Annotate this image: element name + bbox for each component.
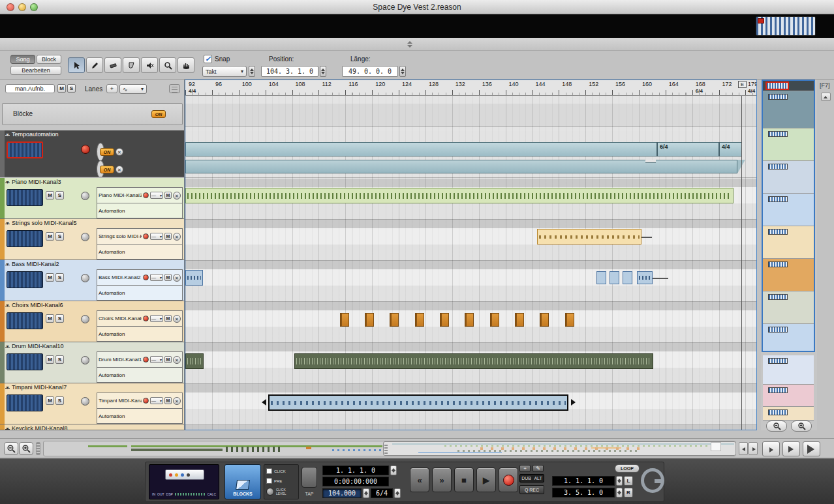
hzoom-in-button[interactable] — [19, 442, 33, 455]
strings-tail[interactable] — [641, 237, 652, 238]
track-mute-button[interactable]: M — [46, 355, 54, 364]
record-enable-dot[interactable] — [143, 274, 149, 280]
navigator-block[interactable] — [763, 161, 814, 194]
lane-mute-button[interactable]: M — [164, 315, 172, 322]
lane-delete-button[interactable]: ✕ — [173, 397, 181, 405]
navigator-block[interactable] — [763, 81, 814, 91]
device-thumbnail[interactable] — [7, 312, 43, 329]
track-name[interactable]: ▼Drum MIDI-Kanal10 — [5, 343, 63, 351]
track-solo-button[interactable]: S — [55, 273, 64, 282]
track-name[interactable]: ▼Timpani MIDI-Kanal7 — [5, 384, 67, 392]
record-enable-dot[interactable] — [143, 192, 149, 198]
loop-button[interactable]: LOOP — [615, 464, 640, 473]
position-stepper[interactable] — [390, 466, 397, 475]
navigator-block[interactable] — [763, 91, 814, 128]
lane-delete-button[interactable]: ✕ — [116, 166, 123, 173]
track-name[interactable]: ▼Bass MIDI-Kanal2 — [5, 261, 59, 269]
taktart-sig-label[interactable]: 4/4 — [722, 143, 739, 151]
timpani-right-handle[interactable] — [571, 399, 576, 406]
master-mute-button[interactable]: M — [57, 84, 66, 93]
master-solo-button[interactable]: S — [67, 84, 76, 93]
track-solo-button[interactable]: S — [55, 355, 64, 364]
lane-delete-button[interactable]: ✕ — [173, 356, 181, 364]
bass-tail[interactable] — [653, 278, 668, 279]
blocks-button[interactable]: BLOCKS — [224, 464, 261, 499]
navigator-block[interactable] — [763, 194, 814, 226]
checkbox-icon[interactable] — [266, 468, 272, 474]
snap-checkbox[interactable]: ✓ Snap — [204, 55, 230, 63]
loop-left-button[interactable]: L — [624, 476, 633, 486]
midi-plug-icon[interactable] — [81, 274, 89, 282]
divider-handle-icon[interactable] — [405, 41, 415, 48]
rewind-button[interactable]: « — [410, 467, 429, 492]
midi-plug-icon[interactable] — [81, 233, 89, 241]
choir-clip[interactable] — [490, 313, 499, 327]
lane-delete-button[interactable]: ✕ — [173, 233, 181, 241]
track-mute-button[interactable]: M — [46, 232, 54, 241]
lane-mute-button[interactable]: M — [164, 233, 172, 240]
note-lane-row[interactable]: Drum MIDI-Kanal10—▾M✕ — [97, 351, 183, 367]
choir-clip[interactable] — [415, 313, 424, 327]
track-mute-button[interactable]: M — [46, 191, 54, 200]
navigator-block[interactable] — [763, 259, 814, 291]
lane-dropdown[interactable]: —▾ — [150, 274, 163, 281]
click-level-knob[interactable] — [266, 488, 274, 496]
signature-stepper[interactable] — [394, 488, 401, 498]
lane-dropdown[interactable]: —▾ — [150, 356, 163, 363]
bass-clip[interactable] — [623, 271, 632, 284]
selection-tool-button[interactable] — [68, 57, 85, 73]
midi-plug-icon[interactable] — [81, 192, 89, 200]
record-enable-dot[interactable] — [143, 398, 149, 404]
blocks-on-badge[interactable]: ON — [151, 110, 166, 118]
lane-dropdown[interactable]: —▾ — [150, 192, 163, 199]
track-solo-button[interactable]: S — [55, 191, 64, 200]
choir-clip[interactable] — [390, 313, 399, 327]
timpani-left-handle[interactable] — [262, 399, 266, 406]
timpani-clip-selected[interactable] — [268, 394, 568, 411]
record-enable-dot[interactable] — [143, 316, 149, 321]
track-solo-button[interactable]: S — [55, 396, 64, 405]
choir-clip[interactable] — [365, 313, 374, 327]
loop-left-lcd[interactable]: 1. 1. 1. 0 — [552, 476, 615, 486]
snap-stepper[interactable] — [249, 66, 255, 77]
bass-clip[interactable] — [610, 271, 619, 284]
signature-lcd[interactable]: 6/4 — [371, 488, 393, 498]
track-name[interactable]: ▼Piano MIDI-Kanal3 — [5, 179, 61, 186]
position-stepper[interactable] — [320, 66, 326, 77]
device-thumbnail[interactable] — [7, 141, 43, 158]
automation-lane-row[interactable]: Automation — [97, 244, 183, 259]
vzoom-out-button[interactable] — [766, 421, 787, 432]
device-thumbnail[interactable] — [7, 230, 43, 247]
lane-mute-button[interactable]: M — [164, 192, 172, 199]
track-solo-button[interactable]: S — [55, 314, 64, 323]
lane-delete-button[interactable]: ✕ — [173, 192, 181, 200]
choir-clip[interactable] — [340, 313, 349, 327]
rack-device-thumbnail[interactable] — [756, 16, 816, 36]
navigator-block[interactable] — [763, 291, 814, 324]
time-lcd[interactable]: 0:00:00:000 — [322, 477, 389, 486]
tempo-lane-row[interactable]: TempoON✕ — [97, 160, 104, 177]
bass-clip[interactable] — [596, 271, 606, 284]
lane-delete-button[interactable]: ✕ — [173, 315, 181, 323]
new-dub-button[interactable]: + — [519, 465, 531, 472]
track-row-piano-midi-kanal3[interactable]: ▼Piano MIDI-Kanal3MSPiano MIDI-Kanal3—▾M… — [0, 178, 185, 219]
device-thumbnail[interactable] — [7, 353, 43, 370]
fast-forward-button[interactable]: » — [432, 467, 452, 492]
midi-plug-icon[interactable] — [81, 356, 89, 364]
note-lane-row[interactable]: Choirs MIDI-Kanal6—▾M✕ — [97, 310, 183, 326]
track-row-drum-midi-kanal10[interactable]: ▼Drum MIDI-Kanal10MSDrum MIDI-Kanal10—▾M… — [0, 342, 185, 383]
song-end-marker[interactable]: E — [738, 81, 747, 88]
choir-clip[interactable] — [515, 313, 524, 327]
bass-clip[interactable] — [185, 270, 203, 286]
arrangement-area[interactable]: E 179 4/4 924/49610010410811211612012412… — [185, 80, 757, 430]
pre-checkbox[interactable]: PRE — [266, 478, 296, 484]
tempo-record-knob[interactable] — [81, 145, 90, 154]
pencil-tool-button[interactable] — [86, 57, 103, 73]
choir-clip[interactable] — [440, 313, 449, 327]
taktart-sig-label[interactable]: 6/4 — [660, 143, 677, 151]
track-row-keyclick-midi-kanal8[interactable]: ▼Keyclick MIDI-Kanal8 — [0, 424, 185, 430]
lane-on-badge[interactable]: ON — [100, 166, 114, 173]
track-mute-button[interactable]: M — [46, 396, 54, 405]
loop-left-readout[interactable]: 1. 1. 1. 0 L — [552, 476, 633, 486]
track-row-timpani-midi-kanal7[interactable]: ▼Timpani MIDI-Kanal7MSTimpani MIDI-Kanal… — [0, 383, 185, 424]
